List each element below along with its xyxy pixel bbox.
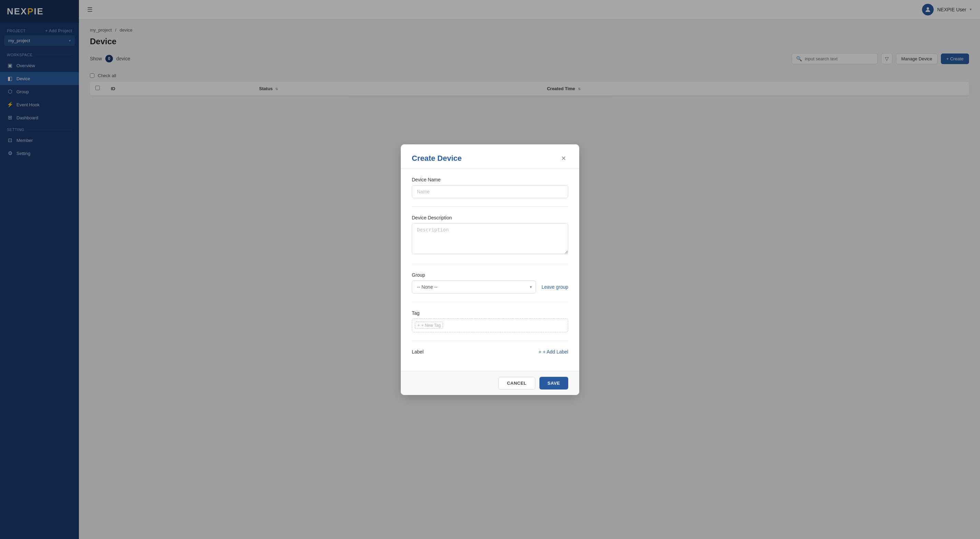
group-label: Group bbox=[412, 272, 568, 278]
modal-header: Create Device ✕ bbox=[401, 144, 579, 169]
modal-body: Device Name Device Description Group -- … bbox=[401, 169, 579, 371]
divider-2 bbox=[412, 264, 568, 264]
modal-title: Create Device bbox=[412, 154, 462, 163]
cancel-button[interactable]: CANCEL bbox=[498, 377, 535, 390]
device-name-group: Device Name bbox=[412, 177, 568, 198]
add-label-link[interactable]: + + Add Label bbox=[538, 349, 568, 355]
device-name-label: Device Name bbox=[412, 177, 568, 182]
new-tag-button[interactable]: + + New Tag bbox=[415, 322, 443, 329]
modal-close-button[interactable]: ✕ bbox=[559, 155, 568, 162]
device-name-input[interactable] bbox=[412, 185, 568, 198]
modal-overlay: Create Device ✕ Device Name Device Descr… bbox=[0, 0, 980, 539]
group-row: -- None -- ▾ Leave group bbox=[412, 281, 568, 293]
leave-group-link[interactable]: Leave group bbox=[541, 284, 568, 290]
group-group: Group -- None -- ▾ Leave group bbox=[412, 272, 568, 293]
group-select-wrapper: -- None -- ▾ bbox=[412, 281, 536, 293]
device-description-group: Device Description bbox=[412, 215, 568, 255]
divider-4 bbox=[412, 341, 568, 341]
tag-label: Tag bbox=[412, 310, 568, 316]
tag-group: Tag + + New Tag bbox=[412, 310, 568, 332]
label-row: Label + + Add Label bbox=[412, 349, 568, 355]
add-label-plus-icon: + bbox=[538, 349, 541, 355]
device-description-input[interactable] bbox=[412, 223, 568, 254]
create-device-modal: Create Device ✕ Device Name Device Descr… bbox=[401, 144, 579, 395]
divider-3 bbox=[412, 302, 568, 302]
label-label: Label bbox=[412, 349, 423, 355]
device-description-label: Device Description bbox=[412, 215, 568, 220]
save-button[interactable]: SAVE bbox=[539, 377, 568, 390]
modal-footer: CANCEL SAVE bbox=[401, 371, 579, 395]
tag-area: + + New Tag bbox=[412, 319, 568, 332]
new-tag-plus-icon: + bbox=[417, 323, 420, 328]
label-group: Label + + Add Label bbox=[412, 349, 568, 355]
group-select[interactable]: -- None -- bbox=[412, 281, 536, 293]
divider-1 bbox=[412, 206, 568, 207]
